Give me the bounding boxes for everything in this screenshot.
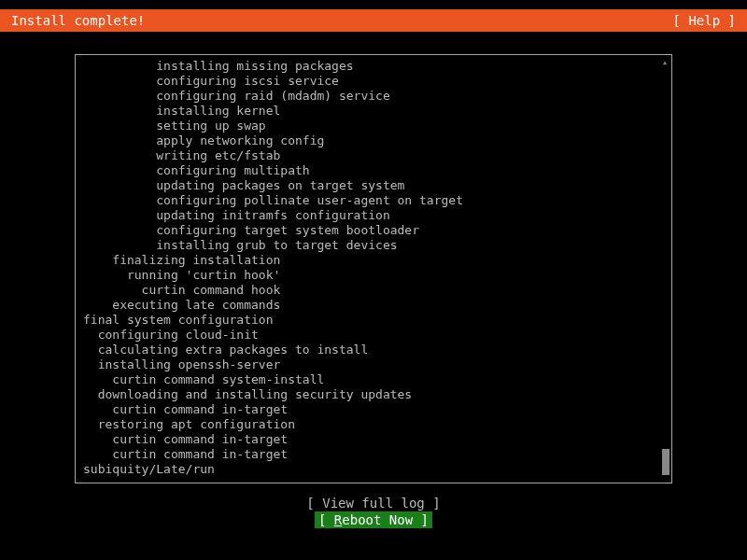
log-lines-container: installing missing packages configuring … <box>83 59 664 477</box>
log-line: curtin command in-target <box>83 432 664 447</box>
log-line: configuring pollinate user-agent on targ… <box>83 193 664 208</box>
log-line: subiquity/Late/run <box>83 462 664 477</box>
log-line: final system configuration <box>83 313 664 328</box>
log-line: updating packages on target system <box>83 178 664 193</box>
log-line: curtin command system-install <box>83 372 664 387</box>
log-line: calculating extra packages to install <box>83 343 664 357</box>
log-line: configuring multipath <box>83 163 664 178</box>
log-line: installing grub to target devices <box>83 238 664 253</box>
log-line: downloading and installing security upda… <box>83 387 664 402</box>
scroll-up-icon[interactable]: ▴ <box>662 57 669 64</box>
reboot-now-button[interactable]: [ Reboot Now ] <box>315 511 432 528</box>
log-line: installing openssh-server <box>83 357 664 372</box>
log-line: configuring target system bootloader <box>83 223 664 238</box>
log-line: restoring apt configuration <box>83 417 664 432</box>
log-line: configuring iscsi service <box>83 74 664 89</box>
log-line: installing missing packages <box>83 59 664 74</box>
log-line: setting up swap <box>83 119 664 133</box>
log-line: writing etc/fstab <box>83 148 664 163</box>
log-line: curtin command in-target <box>83 402 664 417</box>
log-line: finalizing installation <box>83 253 664 268</box>
footer-buttons: [ View full log ] [ Reboot Now ] <box>0 495 747 528</box>
log-line: running 'curtin hook' <box>83 268 664 283</box>
log-line: configuring cloud-init <box>83 328 664 343</box>
reboot-bracket-open: [ <box>318 512 334 527</box>
help-button[interactable]: [ Help ] <box>673 13 736 28</box>
install-log-box: installing missing packages configuring … <box>75 54 672 483</box>
page-title: Install complete! <box>11 13 145 28</box>
log-line: curtin command hook <box>83 283 664 298</box>
log-line: updating initramfs configuration <box>83 208 664 223</box>
log-line: curtin command in-target <box>83 447 664 462</box>
log-line: installing kernel <box>83 104 664 119</box>
header-bar: Install complete! [ Help ] <box>0 9 747 32</box>
reboot-label-rest: eboot Now <box>342 512 413 527</box>
log-line: executing late commands <box>83 298 664 313</box>
log-line: configuring raid (mdadm) service <box>83 89 664 104</box>
log-line: apply networking config <box>83 133 664 148</box>
view-full-log-button[interactable]: [ View full log ] <box>306 495 440 511</box>
scrollbar-thumb[interactable] <box>662 449 669 475</box>
reboot-bracket-close: ] <box>413 512 429 527</box>
